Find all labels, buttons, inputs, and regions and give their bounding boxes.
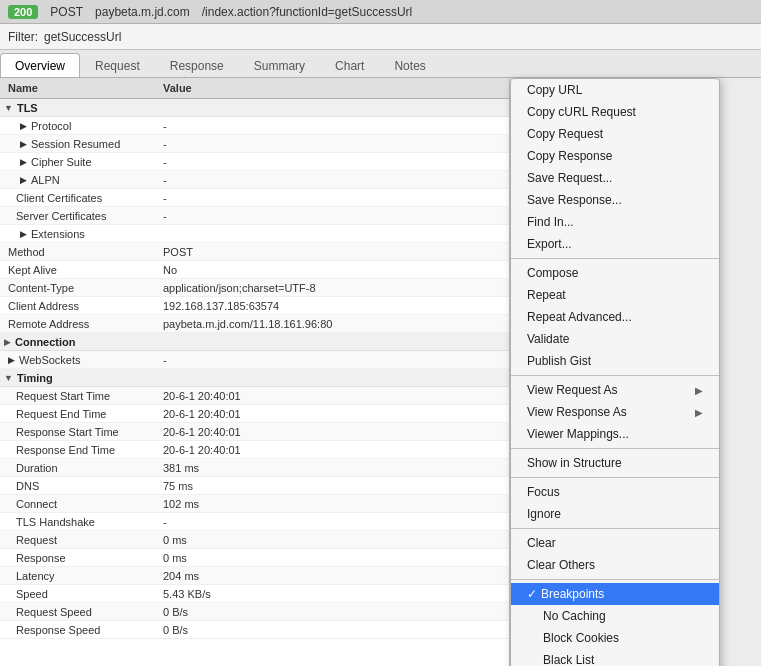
- table-row: Connect 102 ms: [0, 495, 509, 513]
- menu-item-find-in[interactable]: Find In...: [511, 211, 719, 233]
- section-timing-label: Timing: [17, 372, 53, 384]
- menu-item-label: Copy URL: [527, 83, 582, 97]
- tab-overview[interactable]: Overview: [0, 53, 80, 77]
- menu-item-breakpoints[interactable]: ✓ Breakpoints: [511, 583, 719, 605]
- menu-item-copy-url[interactable]: Copy URL: [511, 79, 719, 101]
- menu-item-label: View Response As: [527, 405, 627, 419]
- section-connection[interactable]: ▶ Connection: [0, 333, 509, 351]
- row-value: 20-6-1 20:40:01: [155, 406, 509, 422]
- tab-chart[interactable]: Chart: [320, 53, 379, 77]
- table-row: ▶ALPN -: [0, 171, 509, 189]
- menu-item-label: Publish Gist: [527, 354, 591, 368]
- table-row: Latency 204 ms: [0, 567, 509, 585]
- menu-item-focus[interactable]: Focus: [511, 481, 719, 503]
- row-value: 0 ms: [155, 532, 509, 548]
- menu-separator: [511, 258, 719, 259]
- host: paybeta.m.jd.com: [95, 5, 190, 19]
- row-value: 204 ms: [155, 568, 509, 584]
- menu-item-label: Breakpoints: [541, 587, 604, 601]
- table-row: Duration 381 ms: [0, 459, 509, 477]
- menu-separator: [511, 477, 719, 478]
- table-row: Response Speed 0 B/s: [0, 621, 509, 639]
- row-name: Request: [0, 532, 155, 548]
- menu-item-label: Validate: [527, 332, 569, 346]
- menu-item-show-in-structure[interactable]: Show in Structure: [511, 452, 719, 474]
- menu-item-label: Black List: [527, 653, 594, 666]
- row-name: Remote Address: [0, 316, 155, 332]
- filter-label: Filter:: [8, 30, 38, 44]
- menu-item-label: Save Request...: [527, 171, 612, 185]
- section-tls[interactable]: ▼ TLS: [0, 99, 509, 117]
- submenu-arrow-icon: ▶: [695, 407, 703, 418]
- row-name: ▶Protocol: [0, 118, 155, 134]
- row-value: -: [155, 172, 509, 188]
- menu-item-view-request-as[interactable]: View Request As ▶: [511, 379, 719, 401]
- menu-item-copy-request[interactable]: Copy Request: [511, 123, 719, 145]
- submenu-arrow-icon: ▶: [695, 385, 703, 396]
- menu-item-save-response[interactable]: Save Response...: [511, 189, 719, 211]
- row-name: ▶ALPN: [0, 172, 155, 188]
- menu-item-viewer-mappings[interactable]: Viewer Mappings...: [511, 423, 719, 445]
- menu-item-repeat-advanced[interactable]: Repeat Advanced...: [511, 306, 719, 328]
- menu-item-view-response-as[interactable]: View Response As ▶: [511, 401, 719, 423]
- menu-item-clear-others[interactable]: Clear Others: [511, 554, 719, 576]
- menu-item-label: Find In...: [527, 215, 574, 229]
- menu-item-copy-curl[interactable]: Copy cURL Request: [511, 101, 719, 123]
- row-name: Duration: [0, 460, 155, 476]
- row-name: Kept Alive: [0, 262, 155, 278]
- row-name: Latency: [0, 568, 155, 584]
- menu-item-no-caching[interactable]: No Caching: [511, 605, 719, 627]
- row-name: Response Speed: [0, 622, 155, 638]
- section-connection-label: Connection: [15, 336, 76, 348]
- menu-item-label: Compose: [527, 266, 578, 280]
- top-bar: 200 POST paybeta.m.jd.com /index.action?…: [0, 0, 761, 24]
- row-value: application/json;charset=UTF-8: [155, 280, 509, 296]
- row-name: Response: [0, 550, 155, 566]
- tab-summary[interactable]: Summary: [239, 53, 320, 77]
- filter-value: getSuccessUrl: [44, 30, 121, 44]
- row-name: Server Certificates: [0, 208, 155, 224]
- row-value: -: [155, 154, 509, 170]
- menu-item-label: Clear: [527, 536, 556, 550]
- row-name: Client Address: [0, 298, 155, 314]
- row-name: Response End Time: [0, 442, 155, 458]
- menu-item-save-request[interactable]: Save Request...: [511, 167, 719, 189]
- tab-notes[interactable]: Notes: [379, 53, 440, 77]
- menu-separator: [511, 528, 719, 529]
- menu-item-label: Export...: [527, 237, 572, 251]
- table-row: Response End Time 20-6-1 20:40:01: [0, 441, 509, 459]
- table-row: Response 0 ms: [0, 549, 509, 567]
- row-name: Connect: [0, 496, 155, 512]
- menu-item-compose[interactable]: Compose: [511, 262, 719, 284]
- col-value-header: Value: [155, 80, 509, 96]
- menu-item-ignore[interactable]: Ignore: [511, 503, 719, 525]
- menu-item-repeat[interactable]: Repeat: [511, 284, 719, 306]
- filter-bar: Filter: getSuccessUrl: [0, 24, 761, 50]
- tab-request[interactable]: Request: [80, 53, 155, 77]
- table-row: Server Certificates -: [0, 207, 509, 225]
- menu-item-publish-gist[interactable]: Publish Gist: [511, 350, 719, 372]
- row-name: ▶Extensions: [0, 226, 155, 242]
- status-code: 200: [8, 5, 38, 19]
- menu-item-validate[interactable]: Validate: [511, 328, 719, 350]
- menu-item-label: Clear Others: [527, 558, 595, 572]
- menu-item-label: Show in Structure: [527, 456, 622, 470]
- menu-item-block-cookies[interactable]: Block Cookies: [511, 627, 719, 649]
- row-value: POST: [155, 244, 509, 260]
- table-row: TLS Handshake -: [0, 513, 509, 531]
- row-value: -: [155, 118, 509, 134]
- tab-response[interactable]: Response: [155, 53, 239, 77]
- table-row: ▶Extensions: [0, 225, 509, 243]
- menu-separator: [511, 448, 719, 449]
- menu-item-label: Copy cURL Request: [527, 105, 636, 119]
- menu-item-black-list[interactable]: Black List: [511, 649, 719, 666]
- section-timing[interactable]: ▼ Timing: [0, 369, 509, 387]
- row-value: 192.168.137.185:63574: [155, 298, 509, 314]
- menu-item-clear[interactable]: Clear: [511, 532, 719, 554]
- table-row: Request 0 ms: [0, 531, 509, 549]
- table-row: Client Address 192.168.137.185:63574: [0, 297, 509, 315]
- menu-item-copy-response[interactable]: Copy Response: [511, 145, 719, 167]
- row-name: ▶WebSockets: [0, 352, 155, 368]
- table-row: Speed 5.43 KB/s: [0, 585, 509, 603]
- menu-item-export[interactable]: Export...: [511, 233, 719, 255]
